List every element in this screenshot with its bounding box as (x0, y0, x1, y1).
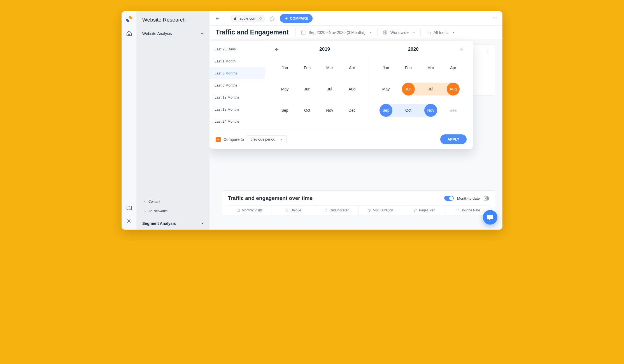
compare-button[interactable]: COMPARE (280, 14, 313, 23)
sidebar-section-label: Website Analysis (142, 31, 172, 36)
svg-rect-40 (414, 209, 415, 210)
sidebar-item-label: Content (148, 200, 160, 204)
chevron-down-icon (201, 32, 204, 35)
compare-period-select[interactable]: previous period (247, 135, 287, 143)
filter-date[interactable]: Sep 2020 - Nov 2020 (3 Months) (295, 29, 377, 36)
globe-icon (383, 30, 388, 35)
tot-tab[interactable]: Unique (271, 206, 315, 215)
svg-marker-2 (270, 16, 275, 21)
month-cell[interactable]: Feb (296, 59, 318, 77)
filter-region[interactable]: Worldwide (377, 29, 420, 36)
svg-rect-34 (237, 209, 239, 211)
svg-point-5 (493, 17, 493, 18)
svg-marker-12 (370, 32, 371, 33)
month-cell[interactable]: Jul (318, 80, 341, 98)
compare-to-label: Compare to (223, 137, 244, 142)
apple-icon (233, 17, 237, 20)
svg-point-37 (325, 209, 326, 210)
page-title: Traffic and Engagement (216, 29, 295, 36)
svg-point-36 (286, 209, 287, 210)
add-button[interactable] (485, 48, 490, 55)
month-cell[interactable]: Aug (341, 80, 363, 98)
date-range-popover: Last 28 DaysLast 1 MonthLast 3 MonthsLas… (209, 41, 473, 149)
tot-tab[interactable]: Visit Duration (358, 206, 402, 215)
svg-point-6 (494, 17, 495, 18)
year-right-label: 2020 (369, 46, 458, 52)
caret-down-icon (369, 31, 372, 34)
svg-point-7 (496, 17, 497, 18)
date-calendar: 2019 2020 JanFebMarAprMayJunJulAugSepOct… (265, 41, 473, 130)
month-cell[interactable]: Oct (397, 101, 420, 119)
month-cell[interactable]: May (375, 80, 397, 98)
app-logo[interactable] (125, 15, 133, 23)
apply-button-label: APPLY (448, 137, 459, 141)
svg-rect-8 (301, 31, 305, 34)
home-icon[interactable] (126, 30, 132, 36)
month-cell[interactable]: Nov (420, 101, 442, 119)
calendar-icon (301, 30, 306, 35)
month-cell[interactable]: Nov (318, 101, 341, 119)
filter-region-label: Worldwide (390, 30, 409, 35)
chevron-up-icon (143, 210, 146, 213)
tot-tab[interactable]: Deduplicated (315, 206, 359, 215)
month-cell[interactable]: Feb (397, 59, 420, 77)
more-icon[interactable] (491, 14, 499, 23)
month-cell[interactable]: Dec (341, 101, 363, 119)
domain-label: apple.com (239, 16, 256, 20)
month-cell[interactable]: Aug (442, 80, 464, 98)
date-preset[interactable]: Last 24 Months (209, 115, 265, 127)
date-preset[interactable]: Last 3 Months (209, 67, 265, 79)
prev-year-button[interactable] (274, 46, 280, 53)
sidebar-item-content[interactable]: Content (137, 197, 209, 206)
tot-tab[interactable]: Bounce Rate (446, 206, 489, 215)
month-cell[interactable]: Mar (318, 59, 341, 77)
month-cell[interactable]: Jun (296, 80, 318, 98)
sidebar-title: Website Research (137, 11, 209, 28)
month-cell[interactable]: Jan (274, 59, 296, 77)
sidebar-item-ad-networks[interactable]: Ad Networks (137, 206, 209, 216)
app-window: Website Research Website Analysis Conten… (122, 11, 502, 230)
month-cell[interactable]: Jul (420, 80, 442, 98)
filter-traffic[interactable]: All traffic (420, 29, 460, 36)
date-preset[interactable]: Last 12 Months (209, 91, 265, 103)
month-cell[interactable]: Jun (397, 80, 420, 98)
month-cell[interactable]: Apr (341, 59, 363, 77)
excel-export-icon[interactable] (483, 195, 489, 201)
month-cell[interactable]: May (274, 80, 296, 98)
sidebar-section-segment-analysis[interactable]: Segment Analysis (137, 217, 209, 230)
pencil-icon[interactable] (259, 17, 262, 20)
filter-traffic-label: All traffic (434, 30, 448, 35)
traffic-over-time-card: Traffic and engagement over time Month-t… (222, 190, 495, 215)
domain-chip[interactable]: apple.com (231, 15, 265, 22)
svg-marker-14 (413, 32, 415, 33)
date-preset[interactable]: Last 1 Month (209, 55, 265, 67)
month-to-date-toggle[interactable] (444, 196, 454, 201)
month-cell[interactable]: Sep (274, 101, 296, 119)
sidebar-section-label: Segment Analysis (142, 221, 176, 226)
star-icon[interactable] (269, 15, 275, 22)
month-cell[interactable]: Jan (375, 59, 397, 77)
month-cell[interactable]: Oct (296, 101, 318, 119)
month-cell[interactable]: Mar (420, 59, 442, 77)
tot-title: Traffic and engagement over time (228, 195, 313, 201)
sidebar-section-website-analysis[interactable]: Website Analysis (137, 28, 209, 40)
date-preset[interactable]: Last 18 Months (209, 103, 265, 115)
date-preset[interactable]: Last 6 Months (209, 79, 265, 91)
svg-point-0 (128, 220, 130, 222)
month-cell[interactable]: Apr (442, 59, 464, 77)
gear-icon[interactable] (126, 218, 132, 224)
tot-tab[interactable]: Pages Per (402, 206, 446, 215)
month-cell: Dec (442, 101, 464, 119)
tot-tab[interactable]: Monthly Visits (228, 206, 271, 215)
filter-date-label: Sep 2020 - Nov 2020 (3 Months) (309, 30, 365, 35)
month-cell[interactable]: Sep (375, 101, 397, 119)
book-icon[interactable] (126, 205, 132, 211)
chat-button[interactable] (483, 210, 497, 225)
apply-button[interactable]: APPLY (440, 134, 467, 144)
compare-checkbox[interactable] (216, 137, 221, 142)
date-preset[interactable]: Last 28 Days (209, 43, 265, 55)
sidebar-sub-list: Content Ad Networks (137, 196, 209, 217)
compare-button-label: COMPARE (290, 16, 308, 20)
back-button[interactable] (213, 14, 222, 23)
caret-down-icon (280, 138, 283, 141)
